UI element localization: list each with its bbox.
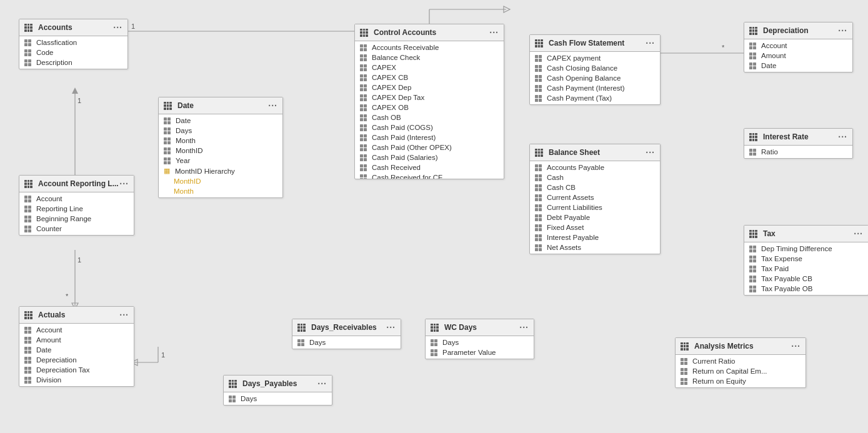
field-row-cash_flow-3: Cash Payment (Interest) [530,83,660,93]
table-menu-account_reporting[interactable]: ··· [119,179,129,189]
field-row-analysis_metrics-2: Return on Equity [676,376,806,386]
field-row-date-5: ▦MonthID Hierarchy [159,166,282,176]
field-row-tax-2: Tax Paid [744,264,868,274]
field-label: Month [176,137,196,144]
field-label: Description [36,59,72,66]
table-title-account_reporting: Account Reporting L... [38,179,119,188]
svg-marker-19 [504,6,510,12]
field-label: Reporting Line [36,205,83,212]
table-menu-balance_sheet[interactable]: ··· [646,147,655,157]
field-label: Days [176,127,192,134]
field-label: Cash Paid (Other OPEX) [372,144,452,151]
field-label: Amount [36,336,61,344]
table-body-date: Date Days Month MonthID Year▦MonthID Hie… [159,114,282,197]
field-label: Cash [547,174,564,181]
table-wc_days[interactable]: WC Days ··· Days Parameter Value [425,319,534,359]
field-row-date-0: Date [159,116,282,126]
field-row-balance_sheet-8: Net Assets [530,242,660,252]
table-title-days_payables: Days_Payables [242,379,297,388]
table-menu-date[interactable]: ··· [268,101,277,111]
table-analysis_metrics[interactable]: Analysis Metrics ··· Current Ratio Retur… [675,337,806,388]
field-row-cash_flow-0: CAPEX payment [530,53,660,63]
table-menu-accounts[interactable]: ··· [113,22,122,32]
table-balance_sheet[interactable]: Balance Sheet ··· Accounts Payable Cash … [529,144,661,254]
table-menu-control_accounts[interactable]: ··· [489,27,499,37]
field-label: CAPEX Dep Tax [372,94,424,101]
field-label: Ratio [761,148,778,156]
svg-text:*: * [722,44,725,51]
table-days_receivables[interactable]: Days_Receivables ··· Days [292,319,401,349]
field-row-actuals-5: Division [19,375,134,385]
table-menu-interest_rate[interactable]: ··· [838,132,847,142]
field-row-date-7: Month [159,186,282,196]
field-label: Balance Check [372,54,420,61]
field-row-tax-0: Dep Timing Difference [744,244,868,254]
field-label: Cash CB [547,184,576,191]
field-label: Return on Capital Em... [692,367,767,375]
field-row-date-4: Year [159,156,282,166]
field-label: Fixed Asset [547,224,584,231]
table-body-depreciation: Account Amount Date [744,39,852,72]
table-header-actuals: Actuals ··· [19,307,134,324]
table-accounts[interactable]: Accounts ··· Classfication Code Descript… [19,19,128,69]
table-title-wc_days: WC Days [444,323,477,332]
field-label: Current Assets [547,194,594,201]
field-label: Days [442,339,459,346]
table-header-wc_days: WC Days ··· [426,319,534,336]
field-label: Code [36,49,54,56]
field-row-control_accounts-12: Cash Received [355,162,504,172]
field-row-wc_days-1: Parameter Value [426,347,534,357]
field-row-control_accounts-7: Cash OB [355,112,504,122]
field-label: Current Ratio [692,357,735,365]
field-label: Counter [36,225,62,232]
field-label: Tax Expense [761,255,802,262]
field-label: Amount [761,52,786,59]
field-label: Cash Paid (Salaries) [372,154,437,161]
field-row-control_accounts-6: CAPEX OB [355,102,504,112]
field-label: CAPEX CB [372,74,408,81]
table-header-control_accounts: Control Accounts ··· [355,24,504,41]
table-menu-days_payables[interactable]: ··· [317,379,327,389]
field-row-balance_sheet-1: Cash [530,172,660,182]
svg-text:1: 1 [77,256,81,264]
table-title-cash_flow: Cash Flow Statement [549,39,624,47]
table-tax[interactable]: Tax ··· Dep Timing Difference Tax Expens… [744,225,868,296]
field-label: MonthID [174,177,201,185]
field-label: Accounts Payable [547,164,604,171]
field-row-depreciation-0: Account [744,41,852,51]
field-label: Division [36,376,61,384]
field-label: Debt Payable [547,214,590,221]
table-body-actuals: Account Amount Date Depreciation Depreci… [19,324,134,386]
field-row-actuals-1: Amount [19,335,134,345]
table-date[interactable]: Date ··· Date Days Month MonthID [158,97,283,198]
table-title-tax: Tax [763,229,776,238]
table-menu-depreciation[interactable]: ··· [838,26,847,36]
field-label: Cash Paid (Interest) [372,134,436,141]
field-row-control_accounts-8: Cash Paid (COGS) [355,122,504,132]
table-body-interest_rate: Ratio [744,146,852,158]
field-label: Account [36,195,62,202]
table-control_accounts[interactable]: Control Accounts ··· Accounts Receivable… [354,24,504,179]
table-header-date: Date ··· [159,97,282,114]
field-row-control_accounts-11: Cash Paid (Salaries) [355,152,504,162]
table-actuals[interactable]: Actuals ··· Account Amount Date Deprecia… [19,306,134,387]
table-days_payables[interactable]: Days_Payables ··· Days [223,375,332,406]
table-menu-tax[interactable]: ··· [854,229,863,239]
table-account_reporting[interactable]: Account Reporting L... ··· Account Repor… [19,175,134,236]
table-menu-wc_days[interactable]: ··· [519,322,529,332]
field-label: MonthID [176,147,202,154]
table-menu-cash_flow[interactable]: ··· [646,38,655,48]
table-body-balance_sheet: Accounts Payable Cash Cash CB Current As… [530,161,660,254]
field-row-control_accounts-1: Balance Check [355,52,504,62]
table-depreciation[interactable]: Depreciation ··· Account Amount Date [744,22,853,72]
table-menu-days_receivables[interactable]: ··· [386,322,396,332]
diagram-canvas: 1 1 1 1 * 1 * * [0,0,868,433]
field-label: Date [761,62,776,69]
table-interest_rate[interactable]: Interest Rate ··· Ratio [744,128,853,159]
field-label: Month [174,187,194,195]
field-row-control_accounts-4: CAPEX Dep [355,82,504,92]
table-menu-actuals[interactable]: ··· [119,310,129,320]
table-menu-analysis_metrics[interactable]: ··· [791,341,801,351]
table-cash_flow[interactable]: Cash Flow Statement ··· CAPEX payment Ca… [529,34,661,105]
field-row-cash_flow-2: Cash Opening Balance [530,73,660,83]
